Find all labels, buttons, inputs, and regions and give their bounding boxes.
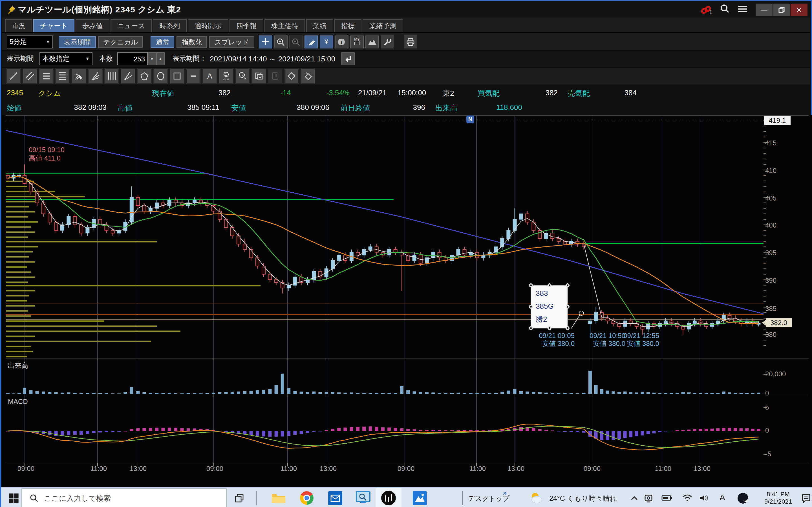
draw-pencil-button[interactable]: [305, 35, 318, 48]
device-icon[interactable]: [642, 488, 655, 507]
settings-wrench-button[interactable]: [380, 35, 394, 48]
mail-app-icon[interactable]: [324, 488, 346, 507]
icon-stamp-tool-icon[interactable]: icon: [219, 68, 234, 84]
count-label: 本数: [99, 54, 113, 64]
volume-icon[interactable]: [697, 488, 712, 507]
print-button[interactable]: [404, 35, 417, 48]
drag-handle[interactable]: [529, 283, 533, 287]
zoom-in-button[interactable]: [274, 35, 288, 48]
hidden-icons-chevron[interactable]: [628, 488, 641, 507]
close-button[interactable]: ✕: [791, 4, 808, 16]
x-tick-11: 13:00: [689, 465, 716, 473]
menu-icon[interactable]: [738, 5, 748, 15]
minimize-button[interactable]: —: [756, 4, 772, 16]
start-button[interactable]: [7, 488, 20, 507]
normal-button[interactable]: 通常: [151, 36, 174, 48]
text-tool-icon[interactable]: A: [202, 68, 217, 84]
tab-chart[interactable]: チャート: [33, 19, 74, 32]
tab-forecast[interactable]: 業績予測: [363, 19, 403, 32]
bid-price: 382: [529, 89, 558, 97]
drag-handle[interactable]: [548, 326, 552, 330]
horizontal-lines4-tool-icon[interactable]: [55, 68, 70, 84]
trendline-tool-icon[interactable]: [6, 68, 21, 84]
timeframe-select[interactable]: 5分足▼: [7, 35, 53, 48]
low-annotation-1: 09/21 09:05安値 380.0: [529, 332, 574, 348]
pentagon-tool-icon[interactable]: [137, 68, 152, 84]
drag-handle[interactable]: [529, 326, 533, 330]
chart-area[interactable]: 419.1 382.0 N 415 410 405 400 395 390 38…: [2, 115, 812, 487]
macd-tick-0: 0: [765, 427, 769, 434]
count-down-button[interactable]: ▼: [148, 52, 156, 65]
market-name: 東2: [443, 89, 454, 99]
tab-news[interactable]: ニュース: [110, 19, 152, 32]
news-marker[interactable]: N: [466, 115, 474, 123]
info-button[interactable]: i: [335, 35, 349, 48]
yen-button[interactable]: ¥: [320, 35, 333, 48]
tab-tick[interactable]: 歩み値: [75, 19, 110, 32]
spread-button[interactable]: スプレッド: [209, 36, 254, 48]
count-up-button[interactable]: ▲: [156, 52, 165, 65]
chrome-icon[interactable]: [296, 488, 318, 507]
battery-icon[interactable]: [660, 488, 674, 507]
drag-handle[interactable]: [548, 283, 552, 287]
drag-handle[interactable]: [529, 305, 533, 309]
tab-market[interactable]: 市況: [5, 19, 32, 32]
ime-icon[interactable]: [735, 488, 750, 507]
file-explorer-icon[interactable]: [267, 488, 290, 507]
count-input[interactable]: 253: [117, 52, 148, 65]
drag-handle[interactable]: [566, 305, 569, 309]
price-chart-canvas[interactable]: [6, 115, 809, 477]
my-chart-button[interactable]: MY: [350, 35, 364, 48]
eraser-tool-icon[interactable]: [284, 68, 299, 84]
macd-tick-neg5: -5: [765, 450, 771, 458]
ellipse-tool-icon[interactable]: [153, 68, 168, 84]
reset-period-button[interactable]: [341, 52, 354, 65]
restore-button[interactable]: [773, 4, 790, 16]
taskbar-clock[interactable]: 8:41 PM 9/21/2021: [760, 491, 797, 505]
erase-all-tool-icon[interactable]: A: [301, 68, 315, 84]
prev-close-label: 前日終値: [341, 103, 370, 113]
tab-indicators[interactable]: 指標: [335, 19, 361, 32]
technical-button[interactable]: テクニカル: [98, 36, 143, 48]
indexed-button[interactable]: 指数化: [177, 36, 207, 48]
rectangle-tool-icon[interactable]: [170, 68, 185, 84]
event-clock-tool-icon[interactable]: [235, 68, 250, 84]
hand-tool-icon[interactable]: [268, 68, 283, 84]
zoom-out-button[interactable]: [289, 35, 303, 48]
task-view-button[interactable]: [231, 488, 247, 507]
ime-mode-indicator[interactable]: A: [719, 492, 725, 502]
rays-tool-icon[interactable]: [121, 68, 135, 84]
screen-tool-icon[interactable]: [352, 488, 374, 507]
tab-earnings[interactable]: 業績: [306, 19, 333, 32]
tab-timeseries[interactable]: 時系列: [153, 19, 187, 32]
vertical-lines-tool-icon[interactable]: [104, 68, 119, 84]
photos-app-icon[interactable]: [408, 488, 431, 507]
segment-tool-icon[interactable]: [186, 68, 201, 84]
tab-shareholder[interactable]: 株主優待: [264, 19, 305, 32]
weather-text[interactable]: 24°C くもり時々晴れ: [549, 494, 617, 504]
chart-tooltip[interactable]: 383 385G 勝2: [530, 285, 568, 328]
toolbar-overflow-chevron[interactable]: »: [503, 489, 507, 497]
display-period-button[interactable]: 表示期間: [59, 36, 96, 48]
wifi-icon[interactable]: [680, 488, 695, 507]
crosshair-button[interactable]: [259, 35, 272, 48]
tab-shikiho[interactable]: 四季報: [230, 19, 263, 32]
taskbar-search-input[interactable]: ここに入力して検索: [21, 489, 227, 507]
action-center-icon[interactable]: [799, 488, 812, 507]
search-icon[interactable]: [720, 4, 730, 16]
period-mode-select[interactable]: 本数指定▼: [40, 52, 93, 65]
horizontal-lines3-tool-icon[interactable]: [39, 68, 54, 84]
drag-handle[interactable]: [566, 326, 569, 330]
parallel-lines-tool-icon[interactable]: [22, 68, 37, 84]
weather-icon[interactable]: [529, 488, 544, 507]
trading-app-icon[interactable]: [380, 488, 397, 507]
tab-disclosure[interactable]: 適時開示: [188, 19, 229, 32]
fan-lines-tool-icon[interactable]: [88, 68, 103, 84]
drag-handle[interactable]: [566, 283, 569, 287]
area-chart-button[interactable]: [365, 35, 379, 48]
pin-icon[interactable]: [7, 6, 15, 14]
link-icon[interactable]: 1: [700, 5, 712, 15]
copy-tool-icon[interactable]: [252, 68, 266, 84]
link-count: 1: [709, 9, 712, 15]
fibonacci-arc-tool-icon[interactable]: [71, 68, 86, 84]
